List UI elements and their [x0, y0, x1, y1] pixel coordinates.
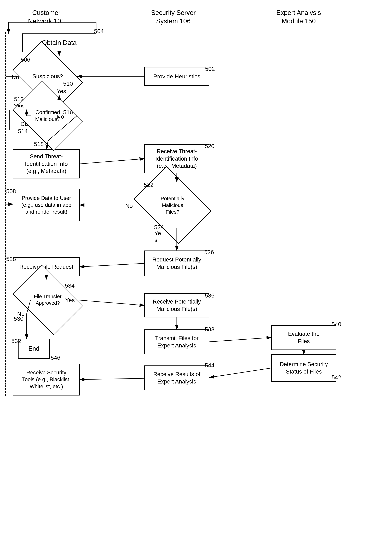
ref-514: 514: [18, 128, 28, 135]
ref-508: 508: [6, 188, 16, 194]
potentially-malicious-diamond: PotentiallyMaliciousFiles?: [141, 182, 204, 228]
ref-502: 502: [205, 66, 215, 72]
receive-results-box: Receive Results ofExpert Analysis: [144, 366, 209, 390]
label-yes2: Yes: [14, 103, 23, 110]
label-yes4: Yes: [65, 297, 75, 304]
ref-534: 534: [65, 282, 75, 289]
svg-line-24: [209, 368, 271, 378]
transmit-files-box: Transmit Files forExpert Analysis: [144, 329, 209, 354]
ref-526: 526: [204, 249, 214, 256]
label-no4: No: [17, 311, 25, 317]
receive-threat-box: Receive Threat-Identification Info(e.g.,…: [144, 144, 209, 173]
ref-520: 520: [205, 143, 215, 149]
svg-line-22: [209, 338, 271, 342]
label-yes3: Yes: [154, 230, 161, 243]
label-no1: No: [12, 74, 19, 81]
request-malicious-box: Request PotentiallyMalicious File(s): [144, 250, 209, 276]
ref-540: 540: [332, 321, 341, 328]
send-threat-box: Send Threat-Identification Info(e.g., Me…: [13, 149, 80, 179]
receive-security-tools-box: Receive SecurityTools (e.g., Blacklist,W…: [13, 364, 80, 395]
determine-security-box: Determine SecurityStatus of Files: [271, 354, 336, 382]
ref-542: 542: [332, 374, 341, 381]
ref-532: 532: [11, 338, 21, 344]
ref-504: 504: [94, 28, 104, 35]
receive-malicious-box: Receive PotentiallyMalicious File(s): [144, 293, 209, 318]
ref-516: 516: [63, 109, 73, 116]
ref-518: 518: [34, 141, 44, 147]
label-yes1: Yes: [57, 88, 66, 95]
diagram: Customer Network 101 Security Server Sys…: [0, 0, 392, 553]
provide-data-user-box: Provide Data to User(e.g., use data in a…: [13, 189, 80, 221]
label-no3: No: [125, 202, 133, 209]
ref-522: 522: [144, 181, 154, 188]
ref-524: 524: [154, 224, 164, 231]
header-expert: Expert Analysis Module 150: [263, 9, 335, 26]
svg-line-12: [80, 159, 144, 164]
ref-536: 536: [205, 292, 215, 299]
header-security: Security Server System 106: [141, 9, 206, 26]
ref-510: 510: [63, 80, 73, 87]
ref-512: 512: [14, 96, 24, 103]
ref-538: 538: [205, 326, 215, 333]
ref-506: 506: [21, 56, 30, 63]
svg-line-25: [80, 378, 144, 380]
svg-line-16: [80, 263, 144, 267]
header-customer: Customer Network 101: [14, 9, 79, 26]
evaluate-files-box: Evaluate theFiles: [271, 325, 336, 350]
ref-528: 528: [6, 256, 16, 262]
ref-544: 544: [205, 362, 215, 369]
ref-546: 546: [51, 354, 60, 361]
end-box: End: [18, 339, 50, 359]
provide-heuristics-box: Provide Heuristics: [144, 67, 209, 86]
